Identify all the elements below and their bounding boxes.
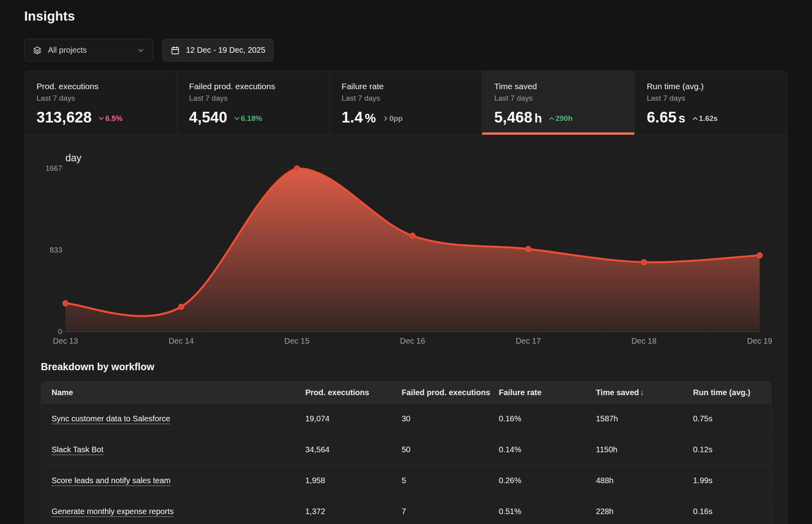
cell-run-time: 0.75s: [693, 414, 771, 423]
stat-title: Prod. executions: [36, 82, 167, 91]
chevron-down-icon: [234, 116, 240, 121]
x-axis-tick: Dec 15: [284, 337, 309, 346]
stat-card-failure-rate[interactable]: Failure rate Last 7 days 1.4 % 0pp: [330, 71, 483, 134]
page-title: Insights: [24, 9, 788, 24]
layers-icon: [33, 46, 42, 55]
stat-unit: %: [365, 111, 376, 126]
stat-title: Failure rate: [342, 82, 473, 91]
x-axis-tick: Dec 18: [631, 337, 656, 346]
time-saved-chart: day Dec 13Dec 14Dec 15Dec 16Dec 17Dec 18…: [25, 135, 787, 347]
cell-failure-rate: 0.14%: [499, 445, 596, 454]
workflow-link[interactable]: Generate monthly expense reports: [52, 507, 174, 516]
cell-run-time: 0.12s: [693, 445, 771, 454]
cell-prod: 1,958: [305, 476, 402, 485]
filter-bar: All projects 12 Dec - 19 Dec, 2025: [24, 39, 788, 61]
stat-period: Last 7 days: [36, 94, 167, 103]
y-axis-tick: 1667: [41, 164, 62, 173]
stat-value: 1.4: [342, 109, 363, 126]
cell-prod: 34,564: [305, 445, 402, 454]
cell-failed: 7: [402, 507, 499, 516]
stat-card-prod-executions[interactable]: Prod. executions Last 7 days 313,628 6.5…: [25, 71, 177, 134]
stat-period: Last 7 days: [647, 94, 778, 103]
area-chart-svg: [65, 168, 760, 332]
cell-failed: 5: [402, 476, 499, 485]
stat-delta: 6.5%: [98, 114, 122, 123]
cell-failed: 30: [402, 414, 499, 423]
insights-page: Insights All projects 12 Dec - 19 Dec, 2…: [0, 0, 812, 524]
calendar-icon: [170, 46, 180, 55]
cell-failure-rate: 0.16%: [499, 414, 596, 423]
chevron-right-icon: [383, 116, 389, 121]
breakdown-heading: Breakdown by workflow: [41, 361, 787, 373]
stats-tab-row: Prod. executions Last 7 days 313,628 6.5…: [25, 71, 787, 135]
cell-run-time: 0.16s: [693, 507, 771, 516]
chevron-up-icon: [549, 116, 555, 121]
cell-time-saved: 1150h: [596, 445, 693, 454]
stat-card-failed-prod-executions[interactable]: Failed prod. executions Last 7 days 4,54…: [177, 71, 330, 134]
stat-card-time-saved[interactable]: Time saved Last 7 days 5,468 h 290h: [482, 71, 635, 134]
stat-title: Run time (avg.): [647, 82, 778, 91]
x-axis-tick: Dec 16: [400, 337, 425, 346]
x-axis-tick: Dec 13: [53, 337, 78, 346]
stat-unit: h: [534, 111, 542, 126]
table-row: Generate monthly expense reports1,37270.…: [41, 496, 771, 524]
stat-value: 5,468: [494, 109, 532, 126]
workflow-link[interactable]: Score leads and notify sales team: [52, 476, 170, 485]
column-header-run-time-avg[interactable]: Run time (avg.): [693, 388, 771, 397]
stat-unit: s: [678, 111, 685, 126]
cell-prod: 19,074: [305, 414, 402, 423]
column-header-failure-rate[interactable]: Failure rate: [499, 388, 596, 397]
workflow-breakdown-table: NameProd. executionsFailed prod. executi…: [41, 381, 772, 524]
chart-unit-label: day: [65, 152, 760, 164]
cell-time-saved: 488h: [596, 476, 693, 485]
chart-x-axis-labels: Dec 13Dec 14Dec 15Dec 16Dec 17Dec 18Dec …: [65, 337, 760, 347]
chevron-up-icon: [692, 116, 698, 121]
column-header-prod-executions[interactable]: Prod. executions: [305, 388, 402, 397]
stat-title: Failed prod. executions: [189, 82, 320, 91]
date-range-label: 12 Dec - 19 Dec, 2025: [186, 46, 265, 55]
stat-delta: 290h: [549, 114, 573, 123]
column-header-time-saved[interactable]: Time saved↓: [596, 388, 693, 397]
stat-delta: 0pp: [383, 114, 403, 123]
chevron-down-icon: [136, 46, 145, 55]
stat-value: 313,628: [36, 109, 92, 126]
cell-run-time: 1.99s: [693, 476, 771, 485]
stat-delta: 1.62s: [692, 114, 718, 123]
insights-panel: Prod. executions Last 7 days 313,628 6.5…: [24, 71, 788, 524]
table-row: Sync customer data to Salesforce19,07430…: [41, 403, 771, 434]
chevron-down-icon: [98, 116, 104, 121]
cell-failed: 50: [402, 445, 499, 454]
cell-failure-rate: 0.51%: [499, 507, 596, 516]
workflow-link[interactable]: Sync customer data to Salesforce: [52, 414, 170, 423]
y-axis-tick: 833: [41, 246, 62, 254]
stat-delta: 6.18%: [234, 114, 262, 123]
stat-period: Last 7 days: [494, 94, 625, 103]
date-range-picker[interactable]: 12 Dec - 19 Dec, 2025: [162, 39, 274, 61]
table-row: Slack Task Bot34,564500.14%1150h0.12s: [41, 434, 771, 465]
cell-failure-rate: 0.26%: [499, 476, 596, 485]
y-axis-tick: 0: [41, 327, 62, 336]
stat-value: 4,540: [189, 109, 228, 126]
stat-title: Time saved: [494, 82, 625, 91]
x-axis-tick: Dec 14: [169, 337, 193, 346]
column-header-failed-prod-executions[interactable]: Failed prod. executions: [402, 388, 499, 397]
cell-time-saved: 228h: [596, 507, 693, 516]
column-header-name[interactable]: Name: [41, 388, 305, 397]
sort-descending-icon: ↓: [640, 388, 644, 397]
cell-prod: 1,372: [305, 507, 402, 516]
stat-card-run-time[interactable]: Run time (avg.) Last 7 days 6.65 s 1.62s: [635, 71, 787, 134]
project-filter-dropdown[interactable]: All projects: [24, 39, 153, 61]
workflow-link[interactable]: Slack Task Bot: [52, 445, 103, 454]
x-axis-tick: Dec 17: [516, 337, 541, 346]
stat-period: Last 7 days: [189, 94, 320, 103]
x-axis-tick: Dec 19: [747, 337, 772, 346]
table-header-row: NameProd. executionsFailed prod. executi…: [41, 382, 771, 403]
stat-value: 6.65: [647, 109, 676, 126]
table-row: Score leads and notify sales team1,95850…: [41, 465, 771, 496]
cell-time-saved: 1587h: [596, 414, 693, 423]
project-filter-label: All projects: [48, 46, 87, 55]
stat-period: Last 7 days: [342, 94, 473, 103]
chart-plot-area: Dec 13Dec 14Dec 15Dec 16Dec 17Dec 18Dec …: [65, 168, 760, 347]
